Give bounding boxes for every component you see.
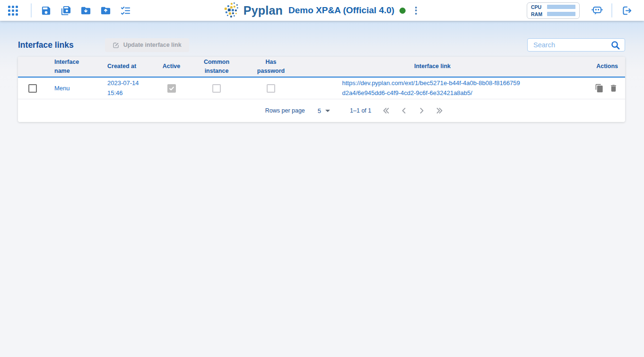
update-interface-link-button[interactable]: Update interface link (105, 38, 189, 52)
kebab-menu-icon[interactable] (412, 4, 420, 17)
update-button-label: Update interface link (123, 42, 182, 48)
common-instance-checkbox (212, 84, 221, 93)
top-bar: Pyplan Demo XP&A (Official 4.0) CPU RAM (0, 0, 644, 21)
cell-created-at: 2023-07-14 15:46 (107, 78, 161, 97)
header-interface-name: Interface name (54, 58, 107, 76)
header-interface-link: Interface link (291, 62, 574, 71)
apps-grid-glyph (8, 6, 18, 16)
cell-interface-name: Menu (54, 85, 107, 92)
logout-icon[interactable] (618, 2, 635, 18)
model-title: Demo XP&A (Official 4.0) (288, 5, 394, 16)
pyplan-logo (224, 2, 240, 18)
pagination-buttons (380, 104, 446, 117)
header-has-password: Has password (251, 58, 291, 76)
app-header-center: Pyplan Demo XP&A (Official 4.0) (224, 0, 420, 21)
page-header-row: Interface links Update interface link (0, 21, 644, 52)
toolbar-divider-right (611, 3, 612, 17)
pagination-bar: Rows per page 5 1–1 of 1 (52, 99, 644, 122)
cell-common-instance (182, 84, 251, 93)
cell-has-password (251, 84, 291, 93)
save-copy-icon[interactable] (58, 2, 74, 18)
page-content: Interface links Update interface link In… (0, 21, 644, 357)
row-select-cell (18, 84, 54, 93)
save-icon[interactable] (38, 2, 54, 18)
pagination-range: 1–1 of 1 (350, 107, 371, 114)
delete-icon[interactable] (609, 84, 618, 93)
has-password-checkbox (267, 84, 275, 93)
interface-link-url[interactable]: https://dev.pyplan.com/ext/1/bec5271e-b4… (342, 78, 523, 97)
cell-actions (574, 84, 625, 93)
toolbar-divider (31, 3, 32, 17)
toolbar-right: CPU RAM (527, 2, 644, 19)
table-row: Menu 2023-07-14 15:46 https (18, 78, 625, 99)
interface-links-table-card: Interface name Created at Active Common … (18, 57, 625, 122)
edit-icon (113, 42, 120, 49)
resource-meters: CPU RAM (527, 2, 580, 19)
ram-meter: RAM (531, 11, 575, 17)
folder-download-icon[interactable] (78, 2, 94, 18)
caret-down-icon (325, 110, 330, 112)
cpu-meter: CPU (531, 4, 575, 10)
cpu-label: CPU (531, 4, 544, 10)
prev-page-icon[interactable] (398, 104, 410, 117)
page-title: Interface links (18, 40, 74, 50)
table-header-row: Interface name Created at Active Common … (18, 57, 625, 78)
cell-interface-link: https://dev.pyplan.com/ext/1/bec5271e-b4… (291, 78, 574, 97)
apps-grid-icon[interactable] (5, 2, 21, 18)
search-input[interactable] (533, 41, 610, 49)
active-checkbox (167, 84, 176, 93)
header-actions: Actions (574, 62, 625, 71)
ram-bar (547, 12, 575, 16)
status-green-dot (400, 8, 406, 14)
header-active: Active (161, 62, 182, 71)
rows-per-page-value: 5 (318, 107, 321, 114)
toolbar-left (0, 2, 137, 18)
last-page-icon[interactable] (434, 104, 446, 117)
next-page-icon[interactable] (416, 104, 428, 117)
header-created-at: Created at (107, 62, 161, 71)
folder-upload-icon[interactable] (97, 2, 113, 18)
rows-per-page-select[interactable]: 5 (318, 107, 330, 114)
ram-label: RAM (531, 11, 544, 17)
checklist-icon[interactable] (117, 2, 133, 18)
header-common-instance: Common instance (182, 58, 251, 76)
bot-chat-icon[interactable] (589, 2, 605, 18)
brand-wordmark: Pyplan (244, 4, 283, 17)
copy-icon[interactable] (595, 84, 604, 93)
rows-per-page-label: Rows per page (265, 107, 305, 114)
search-box (527, 38, 625, 52)
search-icon[interactable] (610, 40, 620, 50)
cell-active (161, 84, 182, 93)
first-page-icon[interactable] (380, 104, 392, 117)
cpu-bar (547, 5, 575, 9)
row-select-checkbox[interactable] (28, 84, 37, 93)
